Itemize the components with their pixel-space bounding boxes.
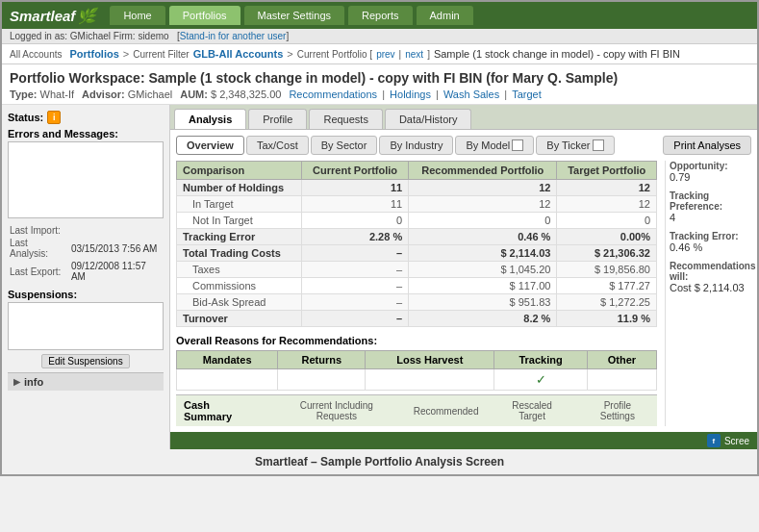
cell-tradingcosts-label: Total Trading Costs [177, 245, 302, 262]
aum-label: AUM: $ 2,348,325.00 [180, 89, 281, 100]
screen-icon: f [707, 434, 721, 447]
table-row: Total Trading Costs – $ 2,114.03 $ 21,30… [177, 245, 657, 262]
wash-sales-link[interactable]: Wash Sales [443, 89, 499, 100]
errors-textbox [8, 141, 164, 218]
nav-tab-home[interactable]: Home [110, 6, 164, 25]
last-import-label: Last Import: [8, 224, 69, 237]
cash-summary-label: Cash Summary [184, 399, 260, 422]
advisor-label: Advisor: GMichael [82, 89, 172, 100]
status-label: Status: [8, 112, 43, 123]
caption: Smartleaf – Sample Portfolio Analysis Sc… [2, 449, 757, 474]
tab-profile[interactable]: Profile [248, 109, 307, 129]
login-text: Logged in as: GMichael Firm: sidemo [10, 31, 169, 41]
cell-commissions-label: Commissions [177, 278, 302, 294]
tracking-pref-item: Tracking Preference: 4 [670, 190, 751, 223]
cell-turnover-current: – [302, 311, 409, 327]
sub-tab-by-model[interactable]: By Model [455, 136, 534, 155]
reasons-section: Overall Reasons for Recommendations: Man… [176, 335, 657, 391]
edit-suspensions-button[interactable]: Edit Suspensions [41, 354, 129, 368]
cell-holdings-current: 11 [302, 180, 409, 196]
by-ticker-checkbox[interactable] [593, 139, 604, 151]
cell-trackingerror-label: Tracking Error [177, 229, 302, 245]
stand-in-link[interactable]: Stand-in for another user [180, 31, 287, 41]
recommendations-link[interactable]: Recommendations [289, 89, 377, 100]
table-row: Bid-Ask Spread – $ 951.83 $ 1,272.25 [177, 294, 657, 311]
app-logo: Smartleaf 🌿 [10, 7, 96, 25]
table-row: Number of Holdings 11 12 12 [177, 180, 657, 196]
print-analyses-button[interactable]: Print Analyses [663, 136, 751, 155]
status-row: Status: i [8, 111, 164, 124]
cell-bidask-label: Bid-Ask Spread [177, 294, 302, 311]
sub-tab-by-sector[interactable]: By Sector [311, 136, 378, 155]
content-area: Overview Tax/Cost By Sector By Industry … [170, 130, 757, 432]
breadcrumb-sep1: > [123, 48, 129, 60]
info-label: info [24, 376, 43, 388]
breadcrumb-portfolio-label: Current Portfolio [ [297, 49, 372, 60]
breadcrumb: All Accounts Portfolios > Current Filter… [2, 44, 757, 64]
link-sep3: | [504, 89, 510, 100]
table-row: ✓ [177, 369, 657, 391]
opportunity-value: 0.79 [670, 171, 751, 183]
opportunity-item: Opportunity: 0.79 [670, 161, 751, 183]
nav-tab-portfolios[interactable]: Portfolios [169, 6, 240, 25]
table-row: Taxes – $ 1,045.20 $ 19,856.80 [177, 262, 657, 278]
cell-loss-harvest-check [366, 369, 494, 391]
col-tracking: Tracking [494, 351, 588, 369]
by-model-checkbox[interactable] [512, 139, 523, 151]
tracking-pref-value: 4 [670, 212, 751, 223]
sub-tab-bar: Overview Tax/Cost By Sector By Industry … [176, 136, 751, 155]
last-export-label: Last Export: [8, 260, 69, 283]
table-row: Commissions – $ 117.00 $ 177.27 [177, 278, 657, 294]
right-panel: Analysis Profile Requests Data/History O… [170, 105, 757, 449]
info-footer[interactable]: ▶ info [8, 372, 164, 391]
tracking-error-label: Tracking Error: [670, 231, 751, 241]
sub-tab-overview[interactable]: Overview [176, 136, 244, 155]
meta-links: Recommendations | Holdings | Wash Sales … [289, 89, 541, 100]
cell-bidask-recommended: $ 951.83 [409, 294, 557, 311]
nav-tab-admin[interactable]: Admin [417, 6, 473, 25]
breadcrumb-filter-link[interactable]: GLB-All Accounts [193, 48, 284, 60]
sub-tab-taxcost[interactable]: Tax/Cost [246, 136, 309, 155]
cell-bidask-target: $ 1,272.25 [557, 294, 657, 311]
tab-analysis[interactable]: Analysis [174, 109, 246, 129]
cell-tradingcosts-current: – [302, 245, 409, 262]
breadcrumb-prev-link[interactable]: prev [376, 49, 394, 60]
breadcrumb-portfolio-name: Sample (1 stock change in model) - copy … [434, 48, 680, 60]
cell-tracking-check: ✓ [494, 369, 588, 391]
cell-taxes-label: Taxes [177, 262, 302, 278]
cell-notintarget-target: 0 [557, 213, 657, 229]
logo-leaf-icon: 🌿 [77, 7, 96, 25]
cell-notintarget-recommended: 0 [409, 213, 557, 229]
sub-tab-by-industry[interactable]: By Industry [379, 136, 453, 155]
nav-tab-master-settings[interactable]: Master Settings [244, 6, 344, 25]
holdings-link[interactable]: Holdings [390, 89, 431, 100]
breadcrumb-portfolios-link[interactable]: Portfolios [69, 48, 118, 60]
breadcrumb-pipe: | [399, 49, 402, 60]
cell-notintarget-label: Not In Target [177, 213, 302, 229]
tracking-pref-label: Tracking Preference: [670, 190, 751, 212]
breadcrumb-next-link[interactable]: next [405, 49, 423, 60]
cell-taxes-recommended: $ 1,045.20 [409, 262, 557, 278]
cell-taxes-target: $ 19,856.80 [557, 262, 657, 278]
nav-tab-reports[interactable]: Reports [348, 6, 413, 25]
last-analysis-label: Last Analysis: [8, 237, 69, 260]
breadcrumb-all-accounts-label: All Accounts [10, 49, 62, 60]
tab-data-history[interactable]: Data/History [385, 109, 472, 129]
cell-returns-check [278, 369, 366, 391]
table-row: Not In Target 0 0 0 [177, 213, 657, 229]
cell-turnover-recommended: 8.2 % [409, 311, 557, 327]
cell-bidask-current: – [302, 294, 409, 311]
cash-col2: Recommended [414, 406, 479, 417]
tab-requests[interactable]: Requests [309, 109, 382, 129]
col-comparison: Comparison [177, 162, 302, 180]
link-sep1: | [382, 89, 388, 100]
table-row: In Target 11 12 12 [177, 196, 657, 213]
target-link[interactable]: Target [512, 89, 542, 100]
cell-intarget-target: 12 [557, 196, 657, 213]
page-title: Portfolio Workspace: Sample (1 stock cha… [10, 70, 749, 86]
suspensions-textbox [8, 302, 164, 350]
cell-other-check [587, 369, 656, 391]
status-icon[interactable]: i [47, 111, 61, 124]
cash-summary-bar: Cash Summary Current Including Requests … [176, 394, 657, 426]
sub-tab-by-ticker[interactable]: By Ticker [536, 136, 614, 155]
